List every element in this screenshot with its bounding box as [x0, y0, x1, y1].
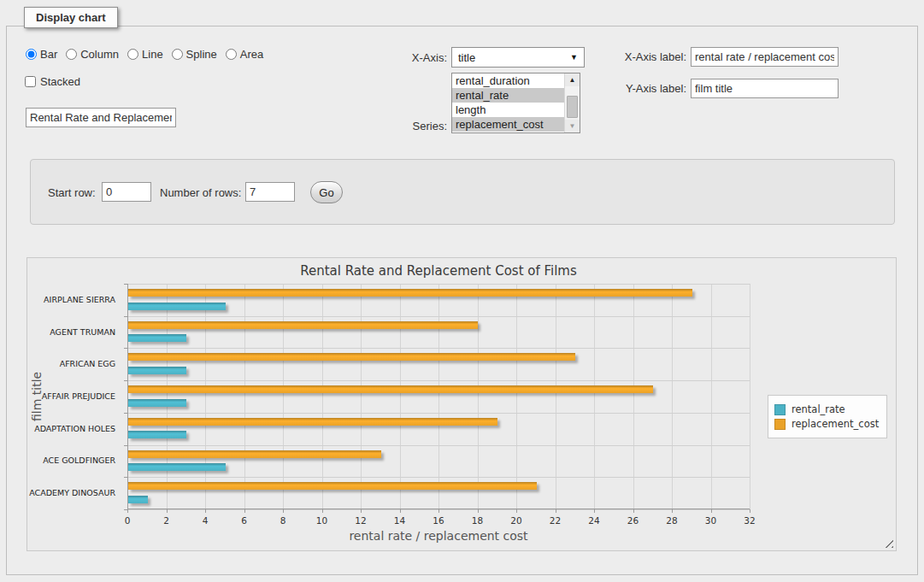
legend-entry: rental_rate: [774, 403, 879, 415]
chart-title-input[interactable]: [26, 108, 176, 127]
x-axis-select[interactable]: title ▼: [451, 47, 585, 68]
x-tick-mark: [283, 509, 284, 513]
x-tick-label: 8: [270, 515, 296, 526]
y-tick-mark: [124, 445, 127, 446]
plot-area: [127, 284, 750, 509]
chart-title: Rental Rate and Replacement Cost of Film…: [127, 263, 750, 279]
scroll-down-icon[interactable]: ▼: [565, 120, 580, 132]
series-listbox[interactable]: rental_durationrental_ratelengthreplacem…: [451, 73, 580, 133]
legend-swatch-icon: [774, 404, 786, 415]
chart-container: Rental Rate and Replacement Cost of Film…: [26, 257, 897, 551]
x-axis-label-caption: X-Axis label:: [611, 50, 686, 63]
x-tick-mark: [556, 509, 556, 513]
number-of-rows-input[interactable]: [245, 182, 295, 202]
x-tick-label: 26: [621, 515, 646, 526]
bar-rental_rate: [128, 496, 148, 503]
scrollbar-thumb[interactable]: [567, 96, 578, 118]
x-tick-mark: [205, 509, 206, 513]
chart-type-column[interactable]: Column: [66, 48, 119, 61]
bar-replacement_cost: [128, 289, 692, 297]
x-tick-label: 22: [543, 515, 568, 526]
x-tick-mark: [322, 509, 323, 513]
category-label: AFFAIR PREJUDICE: [0, 391, 115, 401]
bar-rental_rate: [128, 367, 186, 374]
resize-handle-icon[interactable]: [884, 538, 893, 548]
bar-replacement_cost: [128, 321, 478, 329]
chart-type-bar-radio[interactable]: [26, 49, 37, 60]
scroll-up-icon[interactable]: ▲: [565, 73, 580, 86]
chart-type-line[interactable]: Line: [127, 48, 163, 61]
chart-type-area[interactable]: Area: [226, 48, 263, 61]
chart-type-column-label: Column: [80, 48, 119, 61]
x-tick-label: 12: [348, 515, 374, 526]
bar-replacement_cost: [128, 418, 497, 426]
x-tick-mark: [594, 509, 595, 513]
dropdown-arrow-icon: ▼: [570, 53, 578, 62]
gridline: [127, 348, 750, 349]
gridline: [361, 284, 362, 509]
chart-type-spline[interactable]: Spline: [172, 48, 217, 61]
x-tick-label: 6: [232, 515, 257, 526]
gridline: [478, 284, 479, 509]
y-tick-mark: [124, 316, 127, 317]
x-tick-label: 10: [309, 515, 335, 526]
x-tick-mark: [244, 509, 245, 513]
y-axis-label-input[interactable]: [691, 79, 839, 98]
row-controls-panel: Start row: Number of rows: Go: [30, 159, 895, 225]
x-tick-label: 24: [581, 515, 607, 526]
chart-type-bar[interactable]: Bar: [26, 48, 57, 61]
start-row-label: Start row:: [48, 186, 96, 199]
stacked-checkbox-row[interactable]: Stacked: [25, 75, 80, 88]
category-label: ADAPTATION HOLES: [0, 424, 115, 433]
y-tick-mark: [124, 348, 127, 349]
x-tick-label: 28: [659, 515, 685, 526]
category-labels: AIRPLANE SIERRAAGENT TRUMANAFRICAN EGGAF…: [39, 284, 121, 509]
x-tick-mark: [633, 509, 634, 513]
x-tick-label: 30: [698, 515, 724, 526]
x-tick-label: 16: [426, 515, 451, 526]
chart-type-spline-label: Spline: [186, 48, 217, 61]
x-axis-label-input[interactable]: [691, 47, 839, 67]
chart-type-area-radio[interactable]: [226, 49, 237, 60]
y-tick-mark: [124, 380, 127, 381]
bar-rental_rate: [128, 303, 226, 310]
gridline: [672, 284, 673, 509]
number-of-rows-label: Number of rows:: [160, 186, 241, 199]
bar-replacement_cost: [128, 482, 537, 490]
chart-type-column-radio[interactable]: [66, 49, 77, 60]
series-option[interactable]: rental_duration: [452, 73, 564, 88]
x-tick-mark: [127, 509, 128, 513]
axis-left: [127, 284, 128, 509]
series-option[interactable]: rental_rate: [452, 88, 564, 103]
x-tick-mark: [672, 509, 673, 513]
gridline: [322, 284, 323, 509]
x-tick-mark: [400, 509, 401, 513]
series-options: rental_durationrental_ratelengthreplacem…: [452, 73, 564, 132]
y-axis-label-caption: Y-Axis label:: [611, 82, 686, 95]
chart-type-area-label: Area: [240, 48, 263, 61]
app-screen: Display chart Bar Column Line Spline Are…: [0, 0, 924, 582]
stacked-checkbox[interactable]: [25, 76, 36, 87]
y-tick-mark: [124, 413, 127, 414]
go-button[interactable]: Go: [310, 181, 343, 203]
series-list-label: Series:: [383, 120, 447, 132]
series-option[interactable]: length: [452, 103, 564, 117]
chart-type-line-radio[interactable]: [127, 49, 138, 60]
gridline: [594, 284, 595, 509]
x-tick-mark: [167, 509, 168, 513]
chart-legend: rental_ratereplacement_cost: [768, 395, 887, 438]
chart-type-bar-label: Bar: [40, 48, 57, 61]
gridline: [516, 284, 517, 509]
x-tick-label: 14: [387, 515, 413, 526]
gridline: [167, 284, 168, 509]
start-row-input[interactable]: [102, 182, 151, 202]
series-scrollbar[interactable]: ▲ ▼: [564, 73, 580, 132]
gridline: [244, 284, 245, 509]
bar-rental_rate: [128, 399, 186, 407]
x-tick-label: 4: [192, 515, 218, 526]
gridline: [711, 284, 712, 509]
x-tick-label: 18: [465, 515, 491, 526]
chart-type-spline-radio[interactable]: [172, 49, 183, 60]
gridline: [633, 284, 634, 509]
series-option[interactable]: replacement_cost: [452, 117, 564, 132]
